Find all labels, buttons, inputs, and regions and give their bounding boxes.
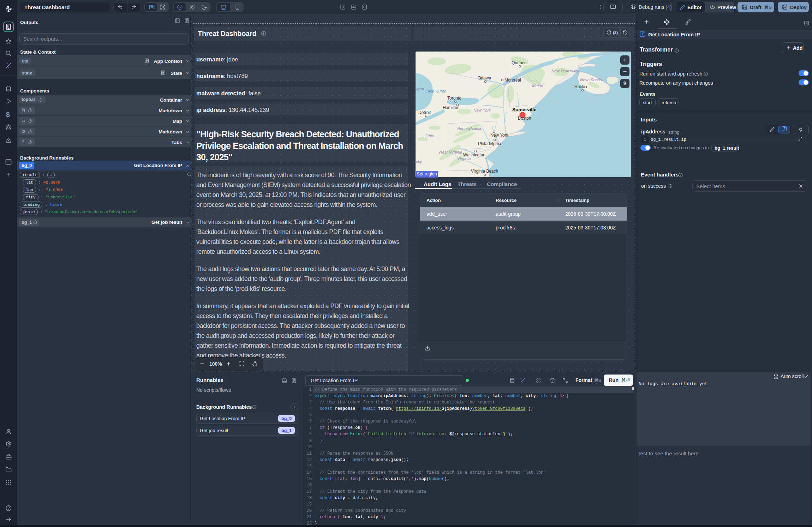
svg-text:New Brunswick: New Brunswick — [551, 69, 580, 73]
svg-text:Virginia: Virginia — [457, 156, 471, 161]
svg-text:Montréal: Montréal — [504, 78, 521, 83]
svg-text:Maine: Maine — [532, 84, 543, 88]
svg-text:Somerville: Somerville — [512, 107, 537, 112]
svg-text:cky: cky — [416, 160, 423, 164]
svg-text:West Virginia: West Virginia — [438, 150, 462, 154]
svg-text:Ottawa: Ottawa — [478, 76, 491, 80]
svg-text:New York: New York — [490, 133, 509, 138]
svg-text:Halifax: Halifax — [574, 84, 587, 89]
svg-text:New York: New York — [473, 108, 491, 112]
svg-text:Toronto: Toronto — [447, 96, 461, 101]
svg-text:igan: igan — [416, 87, 424, 91]
svg-text:Pennsylvania: Pennsylvania — [457, 126, 481, 131]
svg-text:Detroit: Detroit — [418, 110, 431, 115]
svg-text:Québec: Québec — [512, 60, 526, 65]
svg-text:Virginia Beach: Virginia Beach — [471, 169, 498, 174]
svg-text:Philadelphia: Philadelphia — [478, 141, 501, 146]
svg-text:Nova Scotia: Nova Scotia — [580, 78, 602, 82]
svg-text:Boston: Boston — [518, 116, 531, 121]
svg-text:Ohio: Ohio — [425, 134, 434, 138]
svg-text:Hamilton: Hamilton — [443, 105, 459, 110]
svg-text:Lake Huron: Lake Huron — [425, 89, 446, 93]
